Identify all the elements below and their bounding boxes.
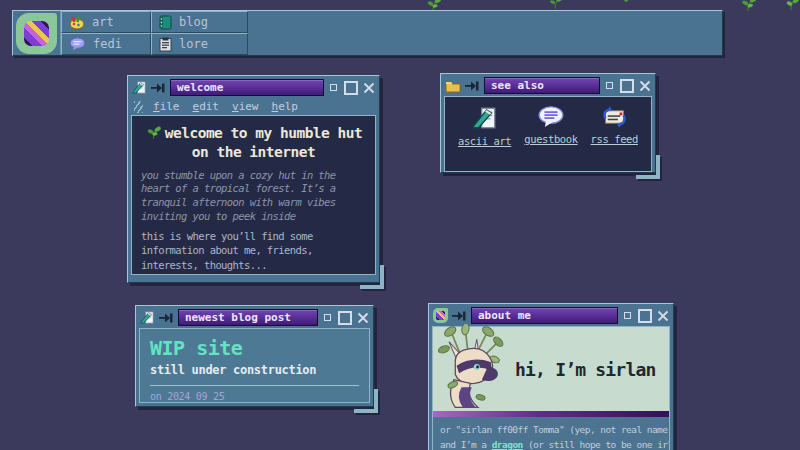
notepad-icon <box>140 310 155 325</box>
minimize-icon[interactable] <box>324 314 331 321</box>
about-greeting: hi, I’m sirlan <box>515 359 656 380</box>
see-also-titlebar[interactable]: see also <box>444 76 652 95</box>
resize-handle[interactable] <box>360 265 384 289</box>
menu-grip[interactable] <box>134 101 143 113</box>
notepad-icon <box>472 105 498 131</box>
close-icon[interactable] <box>363 82 375 94</box>
leaf-logo-icon <box>433 308 448 323</box>
nav-button-grid: art blog fedi <box>61 11 248 55</box>
maximize-icon[interactable] <box>338 311 352 325</box>
leaf-logo-icon <box>16 13 57 54</box>
welcome-window: welcome file edit view help welcome to m… <box>127 75 380 283</box>
pin-icon[interactable] <box>151 83 166 93</box>
link-label: rss feed <box>591 133 638 145</box>
welcome-info-text: this is where you’ll find some informati… <box>141 229 366 272</box>
pin-icon[interactable] <box>452 311 467 321</box>
see-also-window: see also ascii art <box>440 73 656 173</box>
link-rss-feed[interactable]: rss feed <box>591 105 638 145</box>
speech-bubble-icon <box>69 37 86 51</box>
mail-feed-icon <box>601 105 628 129</box>
blog-titlebar[interactable]: newest blog post <box>139 308 370 327</box>
dragon-drawing <box>435 324 511 410</box>
minimize-icon[interactable] <box>606 82 613 89</box>
maximize-icon[interactable] <box>638 309 652 323</box>
minimize-icon[interactable] <box>624 312 631 319</box>
welcome-menubar: file edit view help <box>131 98 376 115</box>
welcome-titlebar[interactable]: welcome <box>131 78 376 97</box>
see-also-content: ascii art guestbook <box>444 96 652 172</box>
nav-button-blog[interactable]: blog <box>151 11 248 33</box>
resize-handle[interactable] <box>636 155 660 179</box>
close-icon[interactable] <box>657 310 669 322</box>
leaf-sprig-icon <box>738 0 758 12</box>
menu-item-edit[interactable]: edit <box>193 100 220 113</box>
pin-icon[interactable] <box>465 81 480 91</box>
folder-icon <box>445 79 461 93</box>
dragon-link[interactable]: dragon <box>492 439 523 450</box>
link-label: guestbook <box>524 133 577 145</box>
about-line-2: and I’m a dragon (or still hope to be on… <box>440 438 662 450</box>
desktop: art blog fedi <box>0 0 800 450</box>
nav-button-fedi[interactable]: fedi <box>61 33 151 55</box>
leaf-icon <box>145 126 162 140</box>
menu-item-file[interactable]: file <box>153 100 180 113</box>
leaf-sprig-icon <box>782 0 800 12</box>
welcome-content: welcome to my humble hut on the internet… <box>131 115 376 275</box>
nav-button-label: lore <box>179 37 208 51</box>
clipboard-icon <box>159 37 172 52</box>
nav-button-label: art <box>92 15 114 29</box>
about-line-1: or "sirlan ff00ff Tomma" (yep, not real … <box>440 423 662 438</box>
about-body: or "sirlan ff00ff Tomma" (yep, not real … <box>432 417 670 450</box>
nav-button-lore[interactable]: lore <box>151 33 248 55</box>
close-icon[interactable] <box>639 80 651 92</box>
menu-item-help[interactable]: help <box>272 100 299 113</box>
welcome-window-title: welcome <box>170 79 324 96</box>
palette-icon <box>69 15 85 30</box>
about-me-window: about me <box>428 303 674 450</box>
top-nav-bar: art blog fedi <box>12 10 723 56</box>
about-window-title: about me <box>471 307 618 324</box>
maximize-icon[interactable] <box>620 79 634 93</box>
pin-icon[interactable] <box>159 313 174 323</box>
about-titlebar[interactable]: about me <box>432 306 670 325</box>
blog-post-window: newest blog post WIP site still under co… <box>135 305 374 407</box>
speech-bubble-icon <box>537 105 565 129</box>
post-date: on 2024 09 25 <box>150 391 359 402</box>
welcome-heading-text: welcome to my humble hut on the internet <box>165 125 363 160</box>
link-ascii-art[interactable]: ascii art <box>458 105 511 147</box>
post-title[interactable]: WIP site <box>150 336 359 360</box>
leaf-sprig-icon <box>547 0 563 10</box>
site-logo[interactable] <box>13 11 61 55</box>
notepad-icon <box>132 80 147 95</box>
blog-content: WIP site still under construction on 202… <box>139 328 370 403</box>
blog-window-title: newest blog post <box>178 309 318 326</box>
minimize-icon[interactable] <box>330 84 337 91</box>
welcome-story-text: you stumble upon a cozy hut in the heart… <box>141 169 366 224</box>
about-line-2-post: (or still hope to be one irl) <box>523 439 670 450</box>
resize-handle[interactable] <box>354 389 378 413</box>
nav-button-art[interactable]: art <box>61 11 151 33</box>
link-guestbook[interactable]: guestbook <box>524 105 577 145</box>
welcome-heading: welcome to my humble hut on the internet <box>141 124 366 162</box>
divider <box>150 385 359 386</box>
link-label: ascii art <box>458 135 511 147</box>
nav-button-label: fedi <box>93 37 122 51</box>
menu-item-view[interactable]: view <box>232 100 259 113</box>
post-subtitle: still under construction <box>150 363 359 377</box>
about-line-2-pre: and I’m a <box>440 439 492 450</box>
notebook-icon <box>159 15 172 30</box>
maximize-icon[interactable] <box>344 81 358 95</box>
leaf-sprig-icon <box>620 0 632 6</box>
about-banner: hi, I’m sirlan <box>432 326 670 411</box>
close-icon[interactable] <box>357 312 369 324</box>
nav-button-label: blog <box>179 15 208 29</box>
see-also-window-title: see also <box>484 77 600 94</box>
